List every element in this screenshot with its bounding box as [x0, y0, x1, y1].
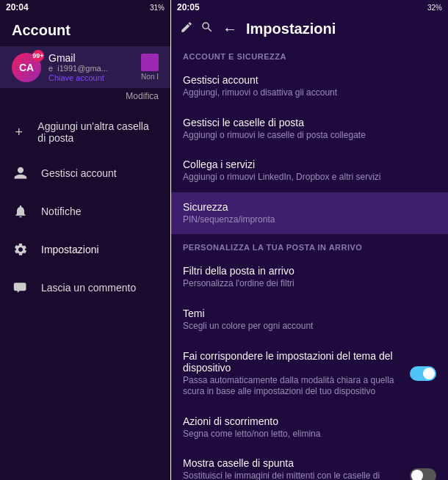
avatar: CA 99+ — [12, 53, 41, 82]
setting-subtitle-sicurezza: PIN/sequenza/impronta — [183, 214, 436, 226]
setting-subtitle-temi: Scegli un colore per ogni account — [183, 321, 436, 332]
setting-text-gestisci-account: Gestisci account Aggiungi, rimuovi o dis… — [183, 74, 436, 99]
nav-label-comment: Lascia un commento — [41, 282, 136, 294]
setting-title-sicurezza: Sicurezza — [183, 201, 436, 213]
nav-item-notifications[interactable]: Notifiche — [0, 192, 170, 230]
toggle-caselle-spunta[interactable] — [410, 468, 436, 480]
account-actions: Non I — [141, 54, 159, 81]
setting-title-tema-dispositivo: Fai corrispondere le impostazioni del te… — [183, 350, 401, 374]
nav-label-add-mailbox: Aggiungi un'altra casella di posta — [37, 120, 159, 144]
setting-title-gestisci-account: Gestisci account — [183, 74, 436, 86]
setting-subtitle-filtri: Personalizza l'ordine dei filtri — [183, 278, 436, 290]
account-email: e i1991@gma... — [48, 64, 134, 73]
setting-subtitle-azioni-scorrimento: Segna come letto/non letto, elimina — [183, 429, 436, 440]
account-key[interactable]: Chiave account — [48, 73, 134, 82]
setting-title-collega-servizi: Collega i servizi — [183, 159, 436, 170]
left-panel: 20:04 31% Account CA 99+ Gmail e i1991@g… — [0, 0, 170, 480]
status-bar-left: 20:04 31% — [0, 0, 170, 15]
nav-label-settings: Impostazioni — [41, 244, 99, 255]
setting-text-caselle-spunta: Mostra caselle di spunta Sostituisci le … — [183, 457, 401, 480]
setting-subtitle-gestisci-caselle: Aggiungi o rimuovi le caselle di posta c… — [183, 130, 436, 142]
color-swatch — [141, 54, 159, 71]
setting-subtitle-gestisci-account: Aggiungi, rimuovi o disattiva gli accoun… — [183, 87, 436, 99]
setting-title-temi: Temi — [183, 308, 436, 319]
non-label: Non I — [141, 73, 159, 81]
left-time: 20:04 — [6, 2, 29, 12]
left-header: Account — [0, 15, 170, 46]
setting-title-gestisci-caselle: Gestisci le caselle di posta — [183, 117, 436, 128]
setting-collega-servizi[interactable]: Collega i servizi Aggiungi o rimuovi Lin… — [171, 150, 448, 192]
setting-text-temi: Temi Scegli un colore per ogni account — [183, 308, 436, 332]
person-icon — [12, 164, 29, 182]
setting-filtri[interactable]: Filtri della posta in arrivo Personalizz… — [171, 256, 448, 299]
bell-icon — [12, 203, 29, 220]
setting-gestisci-account[interactable]: Gestisci account Aggiungi, rimuovi o dis… — [171, 65, 448, 108]
right-title: Impostazioni — [246, 21, 439, 37]
setting-title-filtri: Filtri della posta in arrivo — [183, 265, 436, 277]
search-icon[interactable] — [200, 21, 214, 37]
account-name: Gmail — [48, 52, 134, 64]
setting-subtitle-caselle-spunta: Sostituisci le immagini dei mittenti con… — [183, 470, 401, 480]
nav-label-manage-account: Gestisci account — [41, 167, 117, 179]
setting-text-sicurezza: Sicurezza PIN/sequenza/impronta — [183, 201, 436, 226]
status-bar-right: 20:05 32% — [171, 0, 448, 15]
section-header-personalizza: PERSONALIZZA LA TUA POSTA IN ARRIVO — [171, 234, 448, 256]
comment-icon — [12, 279, 29, 297]
gear-icon — [12, 241, 29, 258]
add-icon: + — [12, 123, 26, 141]
left-status-icons: 31% — [150, 4, 165, 12]
nav-item-settings[interactable]: Impostazioni — [0, 230, 170, 269]
nav-item-comment[interactable]: Lascia un commento — [0, 269, 170, 307]
setting-subtitle-collega-servizi: Aggiungi o rimuovi LinkedIn, Dropbox e a… — [183, 172, 436, 183]
settings-content: ACCOUNT E SICUREZZA Gestisci account Agg… — [171, 43, 448, 480]
setting-caselle-spunta[interactable]: Mostra caselle di spunta Sostituisci le … — [171, 448, 448, 480]
setting-temi[interactable]: Temi Scegli un colore per ogni account — [171, 299, 448, 341]
toggle-tema-dispositivo[interactable] — [410, 366, 436, 381]
setting-text-tema-dispositivo: Fai corrispondere le impostazioni del te… — [183, 350, 401, 398]
back-button[interactable]: ← — [223, 21, 237, 37]
setting-title-azioni-scorrimento: Azioni di scorrimento — [183, 415, 436, 427]
nav-item-add-mailbox[interactable]: + Aggiungi un'altra casella di posta — [0, 110, 170, 154]
header-left-icons — [180, 21, 214, 37]
setting-title-caselle-spunta: Mostra caselle di spunta — [183, 457, 401, 469]
right-battery: 32% — [427, 4, 442, 12]
setting-gestisci-caselle[interactable]: Gestisci le caselle di posta Aggiungi o … — [171, 108, 448, 150]
nav-list: + Aggiungi un'altra casella di posta Ges… — [0, 104, 170, 480]
right-time: 20:05 — [177, 2, 200, 12]
modifica-row[interactable]: Modifica — [0, 88, 170, 104]
section-header-account-security: ACCOUNT E SICUREZZA — [171, 43, 448, 65]
right-panel: 20:05 32% ← Impostazioni ACCOUNT E SICUR… — [171, 0, 448, 480]
setting-azioni-scorrimento[interactable]: Azioni di scorrimento Segna come letto/n… — [171, 407, 448, 449]
nav-item-manage-account[interactable]: Gestisci account — [0, 154, 170, 192]
setting-text-azioni-scorrimento: Azioni di scorrimento Segna come letto/n… — [183, 415, 436, 440]
pencil-icon[interactable] — [180, 21, 193, 37]
nav-label-notifications: Notifiche — [41, 206, 81, 217]
account-row[interactable]: CA 99+ Gmail e i1991@gma... Chiave accou… — [0, 46, 170, 88]
left-battery: 31% — [150, 4, 165, 12]
setting-tema-dispositivo[interactable]: Fai corrispondere le impostazioni del te… — [171, 341, 448, 407]
avatar-badge: 99+ — [32, 50, 44, 62]
setting-subtitle-tema-dispositivo: Passa automaticamente dalla modalità chi… — [183, 375, 401, 398]
avatar-initials: CA — [19, 62, 34, 73]
account-info: Gmail e i1991@gma... Chiave account — [48, 52, 134, 82]
setting-sicurezza[interactable]: Sicurezza PIN/sequenza/impronta — [171, 192, 448, 235]
setting-text-collega-servizi: Collega i servizi Aggiungi o rimuovi Lin… — [183, 159, 436, 183]
left-title: Account — [12, 22, 71, 38]
modifica-label[interactable]: Modifica — [126, 91, 159, 101]
right-header: ← Impostazioni — [171, 15, 448, 43]
right-status-icons: 32% — [427, 4, 442, 12]
setting-text-filtri: Filtri della posta in arrivo Personalizz… — [183, 265, 436, 290]
setting-text-gestisci-caselle: Gestisci le caselle di posta Aggiungi o … — [183, 117, 436, 142]
